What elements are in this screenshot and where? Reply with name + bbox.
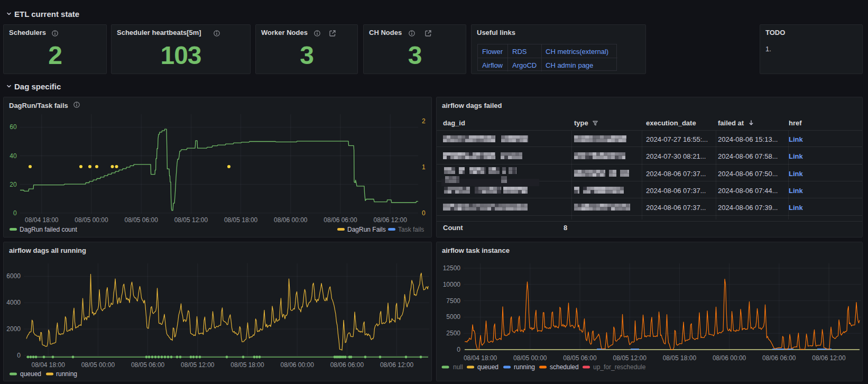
svg-text:queued: queued	[20, 370, 41, 378]
svg-text:08/06 00:00: 08/06 00:00	[274, 216, 308, 224]
svg-text:queued: queued	[477, 363, 498, 371]
svg-text:08/05 00:00: 08/05 00:00	[513, 354, 547, 362]
svg-text:08/06 12:00: 08/06 12:00	[380, 361, 414, 369]
svg-text:20: 20	[10, 181, 17, 188]
svg-text:up_for_reschedule: up_for_reschedule	[593, 363, 646, 371]
svg-text:1: 1	[422, 163, 426, 171]
svg-text:08/06 12:00: 08/06 12:00	[812, 354, 846, 362]
svg-text:08/06 12:00: 08/06 12:00	[373, 216, 407, 224]
svg-text:10000: 10000	[443, 281, 461, 288]
svg-text:08/05 00:00: 08/05 00:00	[81, 361, 115, 369]
svg-text:Task fails: Task fails	[398, 226, 424, 233]
svg-text:08/05 06:00: 08/05 06:00	[124, 216, 158, 224]
svg-text:0: 0	[13, 209, 17, 217]
svg-text:08/05 18:00: 08/05 18:00	[663, 354, 697, 362]
svg-text:08/06 06:00: 08/06 06:00	[324, 216, 357, 224]
svg-text:0: 0	[422, 209, 426, 217]
svg-text:60: 60	[10, 123, 17, 131]
svg-text:5000: 5000	[446, 313, 460, 321]
svg-text:DagRun Fails: DagRun Fails	[347, 226, 386, 233]
svg-text:08/05 18:00: 08/05 18:00	[230, 361, 264, 369]
svg-text:40: 40	[10, 152, 17, 160]
svg-text:2: 2	[422, 117, 426, 125]
svg-text:DagRun failed count: DagRun failed count	[20, 226, 77, 233]
svg-text:08/04 18:00: 08/04 18:00	[464, 354, 497, 362]
svg-text:0: 0	[17, 352, 21, 359]
svg-text:08/05 06:00: 08/05 06:00	[563, 354, 597, 362]
svg-text:08/06 00:00: 08/06 00:00	[713, 354, 746, 362]
svg-text:08/05 18:00: 08/05 18:00	[224, 216, 258, 224]
svg-text:6000: 6000	[6, 272, 21, 280]
svg-text:null: null	[453, 363, 463, 371]
svg-text:scheduled: scheduled	[550, 363, 579, 371]
svg-text:12500: 12500	[443, 264, 461, 272]
svg-text:08/04 18:00: 08/04 18:00	[31, 361, 65, 369]
svg-text:08/06 06:00: 08/06 06:00	[762, 354, 796, 362]
svg-text:08/05 00:00: 08/05 00:00	[75, 216, 108, 224]
svg-text:08/05 12:00: 08/05 12:00	[613, 354, 647, 362]
svg-text:08/04 18:00: 08/04 18:00	[25, 216, 59, 224]
svg-text:0: 0	[457, 346, 460, 353]
svg-text:running: running	[56, 370, 77, 378]
svg-text:08/05 12:00: 08/05 12:00	[174, 216, 208, 224]
svg-text:08/05 12:00: 08/05 12:00	[181, 361, 215, 369]
svg-text:7500: 7500	[446, 297, 460, 305]
svg-text:4000: 4000	[6, 299, 21, 306]
svg-text:running: running	[514, 363, 535, 371]
svg-text:08/05 06:00: 08/05 06:00	[131, 361, 165, 369]
svg-text:2500: 2500	[446, 330, 460, 337]
svg-text:08/06 06:00: 08/06 06:00	[330, 361, 364, 369]
svg-text:08/06 00:00: 08/06 00:00	[280, 361, 314, 369]
svg-text:2000: 2000	[6, 325, 21, 333]
